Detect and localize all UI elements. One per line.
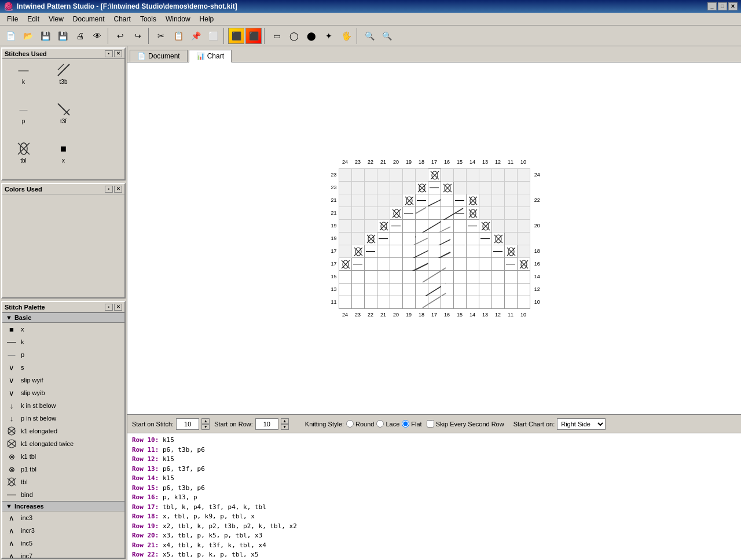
menu-edit[interactable]: Edit: [23, 14, 44, 24]
r13-c17[interactable]: [428, 283, 441, 296]
r13-c21[interactable]: [377, 283, 390, 296]
r22-c19[interactable]: [402, 194, 415, 207]
palette-item-inc7[interactable]: ∧ inc7: [2, 550, 124, 558]
close-button[interactable]: ✕: [728, 2, 738, 10]
start-row-down[interactable]: ▼: [281, 424, 289, 430]
radio-lace[interactable]: [376, 420, 384, 428]
r13-c13[interactable]: [479, 283, 491, 296]
r19-c11[interactable]: [504, 232, 517, 245]
r18-c17[interactable]: [428, 245, 441, 257]
r11-c12[interactable]: [491, 296, 504, 308]
r23-c19[interactable]: [402, 181, 415, 194]
r18-c24[interactable]: [339, 245, 351, 257]
r24-c18[interactable]: [415, 168, 428, 181]
r22-c17[interactable]: [428, 194, 441, 207]
r17-c20[interactable]: [390, 257, 402, 270]
r18-c22[interactable]: —: [364, 245, 377, 257]
r18-c13[interactable]: [479, 245, 491, 257]
stitches-restore-button[interactable]: ▪: [105, 50, 113, 57]
palette-item-k1-elongated-twice[interactable]: k1 elongated twice: [2, 437, 124, 450]
start-row-up[interactable]: ▲: [281, 418, 289, 424]
r20-c23[interactable]: [351, 219, 364, 232]
r19-c17[interactable]: [428, 232, 441, 245]
r24-c19[interactable]: [402, 168, 415, 181]
r20-c21[interactable]: [377, 219, 390, 232]
start-stitch-down[interactable]: ▼: [201, 424, 210, 430]
palette-item-tbl[interactable]: tbl: [2, 476, 124, 488]
r13-c19[interactable]: [402, 283, 415, 296]
r21-c19[interactable]: —: [402, 207, 415, 219]
r17-c15[interactable]: [453, 257, 466, 270]
tab-document[interactable]: 📄 Document: [130, 50, 188, 62]
r21-c10[interactable]: [517, 207, 530, 219]
r24-c23[interactable]: [351, 168, 364, 181]
r17-c21[interactable]: [377, 257, 390, 270]
r19-c22[interactable]: [364, 232, 377, 245]
r11-c14[interactable]: [466, 296, 479, 308]
r17-c10[interactable]: [517, 257, 530, 270]
r24-c22[interactable]: [364, 168, 377, 181]
open-button[interactable]: 📂: [20, 28, 36, 44]
hand-tool[interactable]: 🖐: [338, 28, 354, 44]
r24-c11[interactable]: [504, 168, 517, 181]
r17-c18[interactable]: [415, 257, 428, 270]
r21-c20[interactable]: [390, 207, 402, 219]
zoomin-button[interactable]: 🔍: [361, 28, 377, 44]
r18-c23[interactable]: [351, 245, 364, 257]
menu-document[interactable]: Document: [68, 14, 109, 24]
print-button[interactable]: 🖨: [72, 28, 88, 44]
r17-c11[interactable]: —: [504, 257, 517, 270]
palette-item-inc5[interactable]: ∧ inc5: [2, 537, 124, 550]
r17-c13[interactable]: [479, 257, 491, 270]
r13-c18[interactable]: [415, 283, 428, 296]
menu-tools[interactable]: Tools: [135, 14, 161, 24]
r17-c12[interactable]: [491, 257, 504, 270]
r20-c24[interactable]: [339, 219, 351, 232]
r13-c10[interactable]: [517, 283, 530, 296]
section-collapse-icon[interactable]: ▼: [6, 314, 12, 321]
magic-tool[interactable]: ✦: [321, 28, 337, 44]
r21-c17[interactable]: [428, 207, 441, 219]
radio-round[interactable]: [346, 420, 354, 428]
r15-c15[interactable]: [453, 270, 466, 283]
r24-c12[interactable]: [491, 168, 504, 181]
r24-c17[interactable]: [428, 168, 441, 181]
r24-c15[interactable]: [453, 168, 466, 181]
color1-button[interactable]: ⬛: [228, 28, 244, 44]
r23-c10[interactable]: [517, 181, 530, 194]
r15-c23[interactable]: [351, 270, 364, 283]
r11-c19[interactable]: [402, 296, 415, 308]
r19-c19[interactable]: [402, 232, 415, 245]
r21-c11[interactable]: [504, 207, 517, 219]
r19-c20[interactable]: [390, 232, 402, 245]
r11-c24[interactable]: [339, 296, 351, 308]
r24-c24[interactable]: [339, 168, 351, 181]
r13-c24[interactable]: [339, 283, 351, 296]
r23-c22[interactable]: [364, 181, 377, 194]
r24-c20[interactable]: [390, 168, 402, 181]
palette-item-slip-wyif[interactable]: ∨ slip wyif: [2, 374, 124, 386]
colors-restore-button[interactable]: ▪: [105, 186, 113, 193]
start-chart-select[interactable]: Right Side Wrong Side: [557, 418, 606, 430]
r23-c24[interactable]: [339, 181, 351, 194]
menu-chart[interactable]: Chart: [109, 14, 135, 24]
menu-view[interactable]: View: [44, 14, 68, 24]
r24-c16[interactable]: [441, 168, 453, 181]
maximize-button[interactable]: □: [718, 2, 727, 10]
palette-item-k-below[interactable]: ↓ k in st below: [2, 399, 124, 412]
r21-c23[interactable]: [351, 207, 364, 219]
r23-c13[interactable]: [479, 181, 491, 194]
r13-c23[interactable]: [351, 283, 364, 296]
r21-c14[interactable]: [466, 207, 479, 219]
r18-c15[interactable]: [453, 245, 466, 257]
r24-c21[interactable]: [377, 168, 390, 181]
r22-c18[interactable]: —: [415, 194, 428, 207]
r18-c12[interactable]: —: [491, 245, 504, 257]
palette-item-k[interactable]: — k: [2, 336, 124, 348]
r20-c14[interactable]: —: [466, 219, 479, 232]
section-increases-collapse[interactable]: ▼: [6, 503, 12, 510]
r21-c18[interactable]: [415, 207, 428, 219]
r15-c11[interactable]: [504, 270, 517, 283]
r19-c14[interactable]: [466, 232, 479, 245]
r15-c17[interactable]: [428, 270, 441, 283]
